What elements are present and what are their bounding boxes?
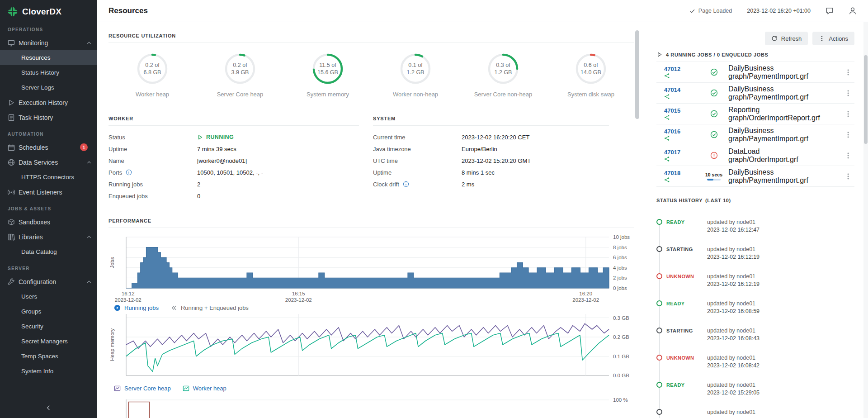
job-menu-kebab-icon[interactable] — [844, 173, 852, 180]
job-id-link[interactable]: 47012 — [664, 66, 699, 72]
sidebar-item-resources[interactable]: Resources — [0, 50, 97, 65]
double-chevron-icon — [170, 304, 177, 311]
brand-logo[interactable]: CloverDX — [0, 0, 97, 20]
sidebar-item-libraries[interactable]: Libraries — [0, 229, 97, 244]
sidebar-item-users[interactable]: Users — [0, 289, 97, 304]
info-label: Clock drift — [373, 181, 399, 188]
sidebar-section: AUTOMATIONSchedules1Data ServicesHTTPS C… — [0, 125, 97, 200]
job-id-link[interactable]: 47015 — [664, 107, 699, 114]
sidebar-subitem-label: HTTPS Connectors — [21, 174, 74, 180]
job-id-link[interactable]: 47018 — [664, 170, 699, 176]
sidebar-item-monitoring[interactable]: Monitoring — [0, 35, 97, 50]
job-menu-kebab-icon[interactable] — [844, 152, 852, 159]
job-id-link[interactable]: 47014 — [664, 86, 699, 93]
info-row-uptime: Uptime8 mins 1 sec — [373, 166, 609, 178]
sidebar-item-system-info[interactable]: System Info — [0, 364, 97, 379]
legend-running-enqueued-jobs[interactable]: Running + Enqueued jobs — [170, 304, 249, 311]
info-value: 10500, 10501, 10502, -, - — [197, 169, 263, 176]
sidebar-section-label: JOBS & ASSETS — [0, 200, 97, 214]
sidebar-section: SERVERConfigurationUsersGroupsSecuritySe… — [0, 259, 97, 379]
legend-worker-heap[interactable]: Worker heap — [183, 385, 226, 392]
page-loaded-label: Page Loaded — [698, 8, 732, 14]
info-value: 2 — [197, 181, 200, 188]
content-row: RESOURCE UTILIZATION 0.2 of 6.8 GB Worke… — [97, 22, 868, 418]
job-menu-kebab-icon[interactable] — [844, 131, 852, 138]
user-account-icon[interactable] — [849, 7, 857, 15]
job-status-cell — [705, 152, 723, 159]
sidebar-item-status-history[interactable]: Status History — [0, 65, 97, 80]
sidebar-item-data-services[interactable]: Data Services — [0, 155, 97, 170]
page-title: Resources — [108, 6, 148, 15]
job-project: DailyBusiness — [728, 168, 839, 176]
sidebar-nav: OPERATIONSMonitoringResourcesStatus Hist… — [0, 20, 97, 418]
sidebar-item-data-catalog[interactable]: Data Catalog — [0, 244, 97, 259]
panel-scrollbar-thumb[interactable] — [864, 55, 868, 144]
info-icon[interactable] — [126, 169, 132, 176]
gauge-system-disk-swap: 0.6 of 14.0 GB System disk swap — [547, 53, 635, 98]
job-error-icon — [710, 152, 718, 159]
check-icon — [689, 8, 695, 14]
job-row-47016: 47016 DailyBusiness graph/PaymentImport.… — [656, 124, 854, 145]
topbar-right: Page Loaded 2023-12-02 16:20 +01:00 — [689, 7, 857, 15]
heap-chart-legend: Server Core heapWorker heap — [114, 385, 641, 392]
running-jobs-header-label: 4 RUNNING JOBS / 0 ENQUEUED JOBS — [666, 52, 768, 57]
gauge-label: System memory — [307, 91, 349, 98]
sidebar-collapse-button[interactable] — [0, 400, 97, 415]
legend-label: Running jobs — [124, 304, 159, 311]
section-performance: PERFORMANCE — [108, 218, 634, 228]
job-status-cell — [705, 131, 723, 138]
x-tick-date: 2023-12-02 — [572, 297, 599, 303]
graph-icon — [664, 156, 670, 162]
sidebar-item-execution-history[interactable]: Execution History — [0, 95, 97, 110]
sidebar-item-task-history[interactable]: Task History — [0, 110, 97, 125]
library-icon — [8, 233, 15, 241]
tasks-icon — [8, 114, 15, 121]
y-tick-label: 6 jobs — [613, 255, 627, 260]
status-timestamp: 2023-12-02 16:08:42 — [707, 362, 760, 370]
status-timestamp: 2023-12-02 15:29:05 — [707, 389, 760, 397]
sidebar-item-temp-spaces[interactable]: Temp Spaces — [0, 349, 97, 364]
actions-button[interactable]: Actions — [812, 32, 854, 45]
job-project: DataLoad — [728, 147, 839, 156]
sidebar-item-sandboxes[interactable]: Sandboxes — [0, 214, 97, 229]
sidebar-subitem-label: Secret Managers — [21, 338, 68, 345]
sidebar-item-https-connectors[interactable]: HTTPS Connectors — [0, 170, 97, 185]
sidebar-item-security[interactable]: Security — [0, 319, 97, 334]
job-path: graph/PaymentImport.grf — [728, 176, 839, 185]
gauge-worker-heap: 0.2 of 6.8 GB Worker heap — [108, 53, 196, 98]
main-scrollbar-thumb[interactable] — [635, 30, 639, 119]
sidebar-item-groups[interactable]: Groups — [0, 304, 97, 319]
refresh-button[interactable]: Refresh — [765, 32, 808, 45]
info-icon[interactable] — [403, 181, 409, 187]
job-id-link[interactable]: 47017 — [664, 149, 699, 156]
monitor-icon — [8, 39, 15, 47]
feedback-chat-icon[interactable] — [826, 7, 834, 15]
gauge-value: 11.5 of 15.6 GB — [312, 53, 344, 85]
sidebar-item-event-listeners[interactable]: Event Listeners — [0, 185, 97, 200]
job-menu-kebab-icon[interactable] — [844, 110, 852, 118]
status-label: UNKNOWN — [666, 355, 701, 361]
info-label: Ports — [108, 169, 122, 176]
info-value: Europe/Berlin — [462, 146, 497, 152]
job-path: graph/OrderImport.grf — [728, 156, 839, 164]
graph-icon — [664, 177, 670, 183]
sidebar-item-server-logs[interactable]: Server Logs — [0, 80, 97, 95]
status-label: READY — [666, 219, 701, 225]
sidebar-item-secret-managers[interactable]: Secret Managers — [0, 334, 97, 349]
y-axis-label: Jobs — [109, 257, 115, 268]
legend-server-core-heap[interactable]: Server Core heap — [114, 385, 171, 392]
sidebar-subitem-label: Security — [21, 323, 43, 330]
status-label: STARTING — [666, 247, 701, 252]
job-menu-kebab-icon[interactable] — [844, 69, 852, 76]
status-label: READY — [666, 301, 701, 306]
job-id-link[interactable]: 47016 — [664, 128, 699, 135]
job-menu-kebab-icon[interactable] — [844, 90, 852, 97]
info-label: Enqueued jobs — [108, 193, 148, 200]
job-ok-icon — [710, 131, 718, 138]
info-row-current-time: Current time2023-12-02 16:20:20 CET — [373, 131, 609, 143]
sidebar-item-schedules[interactable]: Schedules1 — [0, 140, 97, 155]
sidebar-item-configuration[interactable]: Configuration — [0, 274, 97, 289]
legend-running-jobs[interactable]: Running jobs — [114, 304, 159, 311]
info-row-utc-time: UTC time2023-12-02 15:20:20 GMT — [373, 155, 609, 166]
gauge-label: Server Core heap — [217, 91, 264, 98]
